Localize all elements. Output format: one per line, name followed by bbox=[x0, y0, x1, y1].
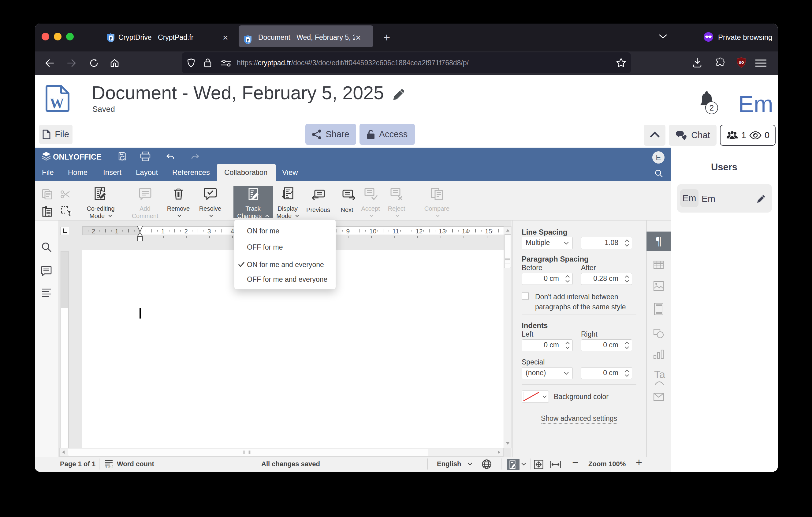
svg-text:W: W bbox=[50, 96, 64, 111]
svg-text:uo: uo bbox=[738, 60, 744, 65]
